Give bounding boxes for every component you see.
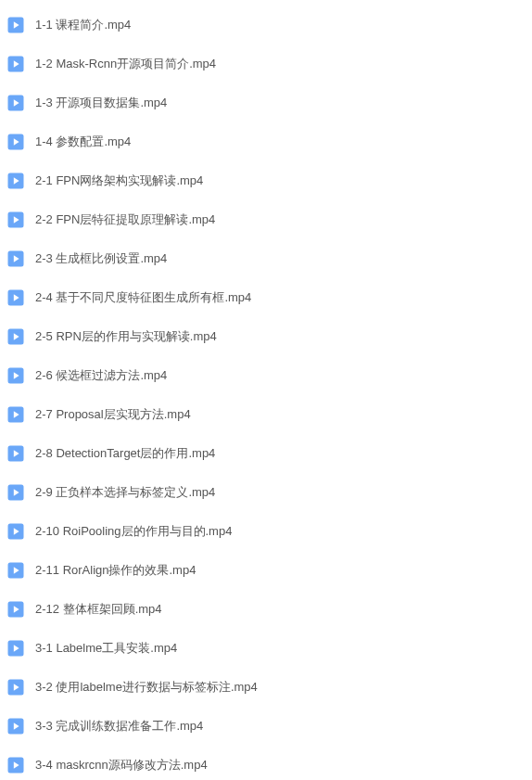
video-file-icon	[7, 640, 24, 657]
file-row[interactable]: 2-1 FPN网络架构实现解读.mp4	[7, 161, 532, 200]
file-name: 1-1 课程简介.mp4	[35, 17, 131, 33]
video-file-icon	[7, 406, 24, 423]
file-name: 2-10 RoiPooling层的作用与目的.mp4	[35, 523, 232, 540]
file-row[interactable]: 3-3 完成训练数据准备工作.mp4	[7, 707, 532, 746]
file-row[interactable]: 2-11 RorAlign操作的效果.mp4	[7, 551, 532, 590]
file-row[interactable]: 2-2 FPN层特征提取原理解读.mp4	[7, 200, 532, 239]
video-file-icon	[7, 445, 24, 462]
file-row[interactable]: 3-4 maskrcnn源码修改方法.mp4	[7, 746, 532, 780]
file-list: 1-1 课程简介.mp41-2 Mask-Rcnn开源项目简介.mp41-3 开…	[0, 0, 532, 780]
video-file-icon	[7, 289, 24, 306]
file-row[interactable]: 2-5 RPN层的作用与实现解读.mp4	[7, 317, 532, 356]
video-file-icon	[7, 173, 24, 189]
file-row[interactable]: 2-7 Proposal层实现方法.mp4	[7, 395, 532, 434]
video-file-icon	[7, 757, 24, 774]
video-file-icon	[7, 679, 24, 696]
video-file-icon	[7, 367, 24, 384]
file-name: 1-3 开源项目数据集.mp4	[35, 95, 167, 111]
video-file-icon	[7, 134, 24, 150]
video-file-icon	[7, 250, 24, 267]
file-row[interactable]: 2-12 整体框架回顾.mp4	[7, 590, 532, 629]
file-name: 2-7 Proposal层实现方法.mp4	[35, 406, 191, 423]
file-name: 2-1 FPN网络架构实现解读.mp4	[35, 173, 203, 189]
file-name: 2-2 FPN层特征提取原理解读.mp4	[35, 211, 215, 228]
file-row[interactable]: 1-3 开源项目数据集.mp4	[7, 83, 532, 122]
file-name: 2-5 RPN层的作用与实现解读.mp4	[35, 328, 217, 345]
file-row[interactable]: 3-2 使用labelme进行数据与标签标注.mp4	[7, 668, 532, 707]
file-name: 2-3 生成框比例设置.mp4	[35, 250, 167, 267]
video-file-icon	[7, 523, 24, 540]
video-file-icon	[7, 718, 24, 735]
file-row[interactable]: 3-1 Labelme工具安装.mp4	[7, 629, 532, 668]
file-name: 1-4 参数配置.mp4	[35, 134, 131, 150]
video-file-icon	[7, 562, 24, 579]
video-file-icon	[7, 17, 24, 33]
file-name: 2-6 候选框过滤方法.mp4	[35, 367, 167, 384]
video-file-icon	[7, 95, 24, 111]
file-name: 3-3 完成训练数据准备工作.mp4	[35, 718, 203, 735]
file-row[interactable]: 1-2 Mask-Rcnn开源项目简介.mp4	[7, 45, 532, 83]
file-row[interactable]: 1-1 课程简介.mp4	[7, 6, 532, 45]
file-row[interactable]: 2-9 正负样本选择与标签定义.mp4	[7, 473, 532, 512]
file-row[interactable]: 2-10 RoiPooling层的作用与目的.mp4	[7, 512, 532, 551]
video-file-icon	[7, 56, 24, 72]
file-name: 2-9 正负样本选择与标签定义.mp4	[35, 484, 215, 501]
file-name: 2-8 DetectionTarget层的作用.mp4	[35, 445, 215, 462]
file-row[interactable]: 2-3 生成框比例设置.mp4	[7, 239, 532, 278]
file-row[interactable]: 2-8 DetectionTarget层的作用.mp4	[7, 434, 532, 473]
file-name: 1-2 Mask-Rcnn开源项目简介.mp4	[35, 56, 216, 72]
file-name: 3-4 maskrcnn源码修改方法.mp4	[35, 757, 208, 774]
video-file-icon	[7, 484, 24, 501]
video-file-icon	[7, 328, 24, 345]
file-name: 3-1 Labelme工具安装.mp4	[35, 640, 177, 657]
file-name: 3-2 使用labelme进行数据与标签标注.mp4	[35, 679, 258, 696]
file-row[interactable]: 1-4 参数配置.mp4	[7, 122, 532, 161]
file-name: 2-4 基于不同尺度特征图生成所有框.mp4	[35, 289, 251, 306]
file-row[interactable]: 2-6 候选框过滤方法.mp4	[7, 356, 532, 395]
video-file-icon	[7, 211, 24, 228]
file-row[interactable]: 2-4 基于不同尺度特征图生成所有框.mp4	[7, 278, 532, 317]
file-name: 2-12 整体框架回顾.mp4	[35, 601, 162, 618]
file-name: 2-11 RorAlign操作的效果.mp4	[35, 562, 196, 579]
video-file-icon	[7, 601, 24, 618]
